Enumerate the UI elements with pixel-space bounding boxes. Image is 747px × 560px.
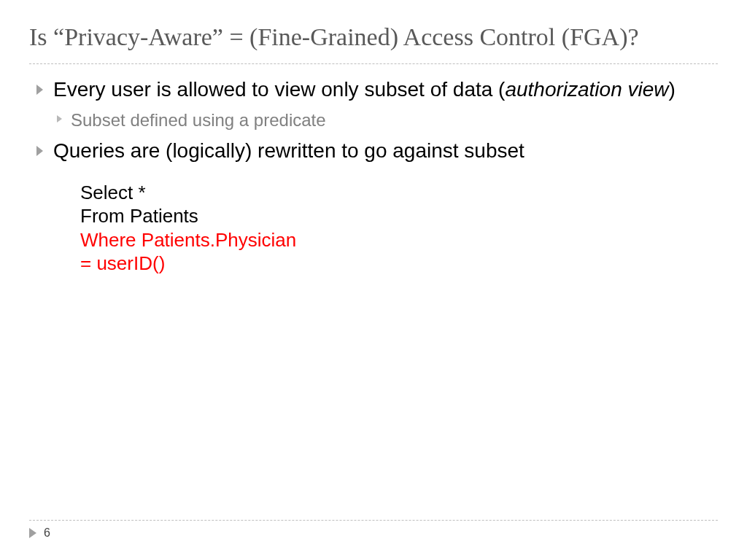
triangle-bullet-icon <box>57 115 62 122</box>
main-bullet-list: Every user is allowed to view only subse… <box>29 77 718 102</box>
bullet-text-1: Every user is allowed to view only subse… <box>53 77 676 102</box>
bullet-1-suffix: ) <box>669 78 676 101</box>
code-line-4: = userID() <box>80 252 718 276</box>
slide-title: Is “Privacy-Aware” = (Fine-Grained) Acce… <box>29 22 718 53</box>
page-number: 6 <box>44 526 50 540</box>
title-divider <box>29 63 718 64</box>
code-line-2: From Patients <box>80 204 718 228</box>
triangle-bullet-icon <box>36 85 43 95</box>
bullet-item-2: Queries are (logically) rewritten to go … <box>36 139 718 163</box>
sub-bullet-item-1: Subset defined using a predicate <box>57 109 718 131</box>
bullet-1-italic: authorization view <box>505 78 668 101</box>
bullet-1-prefix: Every user is allowed to view only subse… <box>53 78 505 101</box>
footer-divider <box>29 520 718 521</box>
slide-footer: 6 <box>29 526 718 540</box>
sub-bullet-text-1: Subset defined using a predicate <box>71 109 326 131</box>
code-line-1: Select * <box>80 181 718 205</box>
main-bullet-list-2: Queries are (logically) rewritten to go … <box>29 139 718 163</box>
bullet-item-1: Every user is allowed to view only subse… <box>36 77 718 102</box>
sql-code-block: Select * From Patients Where Patients.Ph… <box>80 181 718 276</box>
triangle-footer-icon <box>29 528 36 538</box>
code-line-3: Where Patients.Physician <box>80 228 718 252</box>
triangle-bullet-icon <box>36 146 43 156</box>
sub-bullet-list: Subset defined using a predicate <box>29 109 718 131</box>
bullet-text-2: Queries are (logically) rewritten to go … <box>53 139 525 163</box>
